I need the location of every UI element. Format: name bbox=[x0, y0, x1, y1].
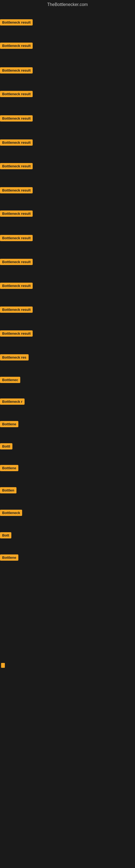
spacer-1 bbox=[0, 606, 135, 660]
bottleneck-item-21: Bottlen bbox=[0, 487, 16, 495]
bottleneck-badge-20[interactable]: Bottlene bbox=[0, 465, 18, 471]
bottleneck-item-18: Bottlene bbox=[0, 421, 18, 428]
bottleneck-item-14: Bottleneck result bbox=[0, 330, 33, 338]
bottleneck-item-1: Bottleneck result bbox=[0, 19, 33, 27]
bottleneck-item-7: Bottleneck result bbox=[0, 163, 33, 170]
bottleneck-badge-9[interactable]: Bottleneck result bbox=[0, 211, 33, 217]
bottleneck-badge-2[interactable]: Bottleneck result bbox=[0, 42, 33, 49]
bottleneck-badge-16[interactable]: Bottlenec bbox=[0, 377, 20, 383]
bottleneck-item-11: Bottleneck result bbox=[0, 259, 33, 266]
bottleneck-badge-1[interactable]: Bottleneck result bbox=[0, 19, 33, 26]
bottleneck-item-9: Bottleneck result bbox=[0, 211, 33, 218]
bottleneck-item-2: Bottleneck result bbox=[0, 42, 33, 50]
bottleneck-item-8: Bottleneck result bbox=[0, 187, 33, 194]
chart-area bbox=[0, 674, 135, 864]
bottleneck-badge-23[interactable]: Bott bbox=[0, 532, 11, 538]
bottleneck-badge-10[interactable]: Bottleneck result bbox=[0, 235, 33, 241]
tiny-badge-bottom bbox=[0, 663, 135, 669]
bottleneck-badge-4[interactable]: Bottleneck result bbox=[0, 91, 33, 97]
bottleneck-badge-5[interactable]: Bottleneck result bbox=[0, 115, 33, 122]
bottleneck-badge-19[interactable]: Bottl bbox=[0, 443, 12, 450]
bottleneck-item-13: Bottleneck result bbox=[0, 307, 33, 314]
bottleneck-item-3: Bottleneck result bbox=[0, 67, 33, 74]
bottleneck-badge-14[interactable]: Bottleneck result bbox=[0, 330, 33, 337]
bottleneck-item-24: Bottlene bbox=[0, 554, 18, 562]
bottleneck-badge-7[interactable]: Bottleneck result bbox=[0, 163, 33, 169]
bottleneck-item-20: Bottlene bbox=[0, 465, 18, 472]
bottleneck-badge-6[interactable]: Bottleneck result bbox=[0, 140, 33, 146]
bottleneck-item-12: Bottleneck result bbox=[0, 283, 33, 290]
bottleneck-badge-11[interactable]: Bottleneck result bbox=[0, 259, 33, 265]
bottleneck-badge-13[interactable]: Bottleneck result bbox=[0, 307, 33, 313]
bottleneck-item-19: Bottl bbox=[0, 443, 12, 451]
bottleneck-badge-22[interactable]: Bottleneck bbox=[0, 510, 22, 516]
bottleneck-badge-24[interactable]: Bottlene bbox=[0, 554, 18, 561]
items-container: Bottleneck resultBottleneck resultBottle… bbox=[0, 9, 135, 606]
bottleneck-item-5: Bottleneck result bbox=[0, 115, 33, 123]
bottleneck-item-23: Bott bbox=[0, 532, 11, 539]
bottleneck-item-10: Bottleneck result bbox=[0, 235, 33, 242]
bottleneck-item-15: Bottleneck res bbox=[0, 354, 29, 362]
site-title: TheBottlenecker.com bbox=[0, 0, 135, 9]
bottleneck-badge-15[interactable]: Bottleneck res bbox=[0, 354, 29, 361]
bottleneck-badge-12[interactable]: Bottleneck result bbox=[0, 283, 33, 289]
bottleneck-badge-3[interactable]: Bottleneck result bbox=[0, 67, 33, 73]
bottleneck-badge-18[interactable]: Bottlene bbox=[0, 421, 18, 427]
bottleneck-item-22: Bottleneck bbox=[0, 510, 22, 517]
bottleneck-item-6: Bottleneck result bbox=[0, 140, 33, 147]
bottleneck-badge-8[interactable]: Bottleneck result bbox=[0, 187, 33, 193]
bottleneck-item-17: Bottleneck r bbox=[0, 399, 25, 406]
bottleneck-badge-17[interactable]: Bottleneck r bbox=[0, 399, 25, 405]
tiny-indicator bbox=[1, 663, 5, 668]
bottleneck-badge-21[interactable]: Bottlen bbox=[0, 487, 16, 493]
bottleneck-item-16: Bottlenec bbox=[0, 377, 20, 384]
bottleneck-item-4: Bottleneck result bbox=[0, 91, 33, 98]
